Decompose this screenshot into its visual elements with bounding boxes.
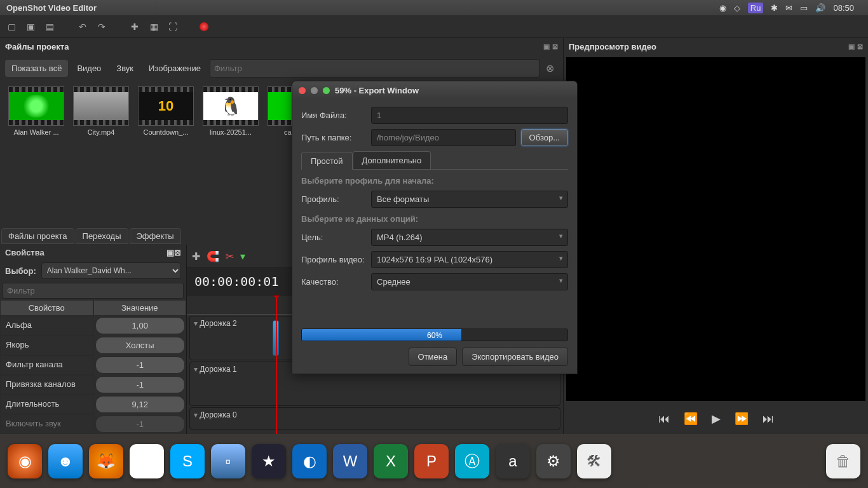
property-value[interactable]: 1,00 (95, 317, 186, 334)
properties-panel: Свойства ▣ ⊠ Выбор: Alan Walker_David Wh… (0, 245, 187, 434)
project-files-filter-row: Показать всё Видео Звук Изображение ⊗ (0, 55, 563, 81)
dock-powerpoint-icon[interactable]: P (414, 444, 449, 478)
export-icon[interactable] (200, 22, 208, 31)
filter-tab-all[interactable]: Показать всё (5, 60, 68, 77)
preview-viewport (566, 57, 865, 401)
target-select[interactable]: MP4 (h.264) (371, 229, 568, 246)
selection-dropdown[interactable]: Alan Walker_David Wh... (41, 262, 181, 279)
tab-transitions[interactable]: Переходы (76, 228, 128, 244)
clip-item[interactable]: Alan Walker ... (5, 86, 67, 140)
keyboard-layout[interactable]: Ru (748, 3, 764, 13)
profile-icon[interactable]: ▦ (147, 20, 160, 33)
app-title: OpenShot Video Editor (6, 3, 97, 13)
property-row: ЯкорьХолсты (0, 336, 186, 355)
clear-filter-icon[interactable]: ⊗ (546, 62, 554, 74)
video-profile-select[interactable]: 1024x576 16:9 PAL (1024x576) (371, 251, 568, 268)
property-value[interactable]: 9,12 (95, 396, 186, 413)
property-value[interactable]: -1 (95, 376, 186, 393)
import-icon[interactable]: ✚ (128, 20, 141, 33)
open-project-icon[interactable]: ▣ (24, 20, 37, 33)
tab-project-files[interactable]: Файлы проекта (1, 228, 74, 244)
maximize-window-icon[interactable] (323, 87, 330, 94)
filter-input[interactable] (210, 59, 539, 78)
mail-icon[interactable]: ✉ (785, 3, 792, 13)
volume-icon[interactable]: 🔊 (815, 3, 825, 13)
clip-item[interactable]: City.mp4 (70, 86, 132, 140)
dock-word-icon[interactable]: W (333, 444, 367, 478)
dock-firefox-icon[interactable]: 🦊 (89, 444, 123, 478)
dock-trash-icon[interactable]: 🗑 (826, 444, 860, 478)
play-icon[interactable]: ▶ (712, 412, 721, 426)
chrome-icon[interactable]: ◉ (719, 3, 726, 13)
playhead[interactable] (276, 295, 277, 434)
close-panel-icon[interactable]: ⊠ (174, 248, 181, 257)
property-row: Привязка каналов-1 (0, 375, 186, 395)
folder-path-input[interactable] (371, 129, 516, 146)
dock-excel-icon[interactable]: X (374, 444, 408, 478)
timeline-track[interactable]: Дорожка 0 (189, 407, 560, 430)
project-files-panel-title: Файлы проекта ▣ ⊠ (0, 38, 563, 55)
dock-amazon-icon[interactable]: a (496, 444, 530, 478)
col-value: Значение (93, 300, 187, 316)
export-video-button[interactable]: Экспортировать видео (462, 348, 568, 366)
tab-effects[interactable]: Эффекты (130, 228, 181, 244)
marker-icon[interactable]: ▾ (240, 250, 245, 262)
property-row: Альфа1,00 (0, 316, 186, 336)
close-panel-icon[interactable]: ⊠ (857, 43, 863, 51)
save-project-icon[interactable]: ▤ (43, 20, 56, 33)
jump-end-icon[interactable]: ⏭ (763, 412, 774, 426)
dock-finder-icon[interactable]: ☻ (48, 444, 83, 478)
filter-tab-video[interactable]: Видео (71, 60, 107, 77)
bluetooth-icon[interactable]: ✱ (771, 3, 778, 13)
rewind-icon[interactable]: ⏪ (684, 412, 698, 426)
snap-icon[interactable]: 🧲 (207, 250, 219, 262)
detach-icon[interactable]: ▣ (166, 248, 174, 257)
filter-tab-audio[interactable]: Звук (110, 60, 140, 77)
export-progress-bar: 60% (301, 329, 568, 341)
filename-input[interactable] (371, 107, 568, 124)
dialog-titlebar[interactable]: 59% - Export Window (292, 81, 577, 99)
close-panel-icon[interactable]: ⊠ (552, 43, 558, 51)
cancel-button[interactable]: Отмена (409, 348, 458, 366)
dock: ◉ ☻ 🦊 ◉ S ▫ ★ ◐ W X P Ⓐ a ⚙ 🛠 🗑 (0, 434, 868, 488)
add-track-icon[interactable]: ✚ (192, 250, 200, 262)
dock-appstore-icon[interactable]: Ⓐ (455, 444, 489, 478)
tab-advanced[interactable]: Дополнительно (353, 151, 431, 169)
wifi-icon[interactable]: ◇ (734, 3, 740, 13)
property-value[interactable]: Холсты (95, 337, 186, 354)
clip-item[interactable]: 🐧linux-20251... (200, 86, 262, 140)
dock-skype-icon[interactable]: S (170, 444, 205, 478)
dock-tools-icon[interactable]: 🛠 (577, 444, 611, 478)
dock-photos-icon[interactable]: ▫ (211, 444, 245, 478)
property-row: Включить звук-1 (0, 414, 186, 434)
property-value[interactable]: -1 (95, 416, 186, 433)
property-row: Длительность9,12 (0, 395, 186, 414)
minimize-window-icon[interactable] (311, 87, 318, 94)
dock-ubuntu-icon[interactable]: ◉ (8, 444, 42, 478)
jump-start-icon[interactable]: ⏮ (658, 412, 670, 426)
razor-icon[interactable]: ✂ (226, 250, 234, 262)
close-window-icon[interactable] (299, 87, 306, 94)
quality-select[interactable]: Среднее (371, 273, 568, 290)
new-project-icon[interactable]: ▢ (5, 20, 18, 33)
properties-filter-input[interactable] (3, 283, 184, 299)
dock-chrome-icon[interactable]: ◉ (130, 444, 164, 478)
dock-browser-icon[interactable]: ◐ (292, 444, 327, 478)
clip-item[interactable]: 10Countdown_... (135, 86, 197, 140)
undo-icon[interactable]: ↶ (76, 20, 89, 33)
redo-icon[interactable]: ↷ (95, 20, 108, 33)
dock-imovie-icon[interactable]: ★ (252, 444, 286, 478)
battery-icon[interactable]: ▭ (800, 3, 808, 13)
clock[interactable]: 08:50 (833, 3, 854, 13)
preview-controls: ⏮ ⏪ ▶ ⏩ ⏭ (564, 403, 868, 434)
dock-settings-icon[interactable]: ⚙ (536, 444, 571, 478)
fast-forward-icon[interactable]: ⏩ (735, 412, 749, 426)
detach-icon[interactable]: ▣ (543, 43, 550, 51)
tab-simple[interactable]: Простой (301, 152, 353, 170)
property-value[interactable]: -1 (95, 356, 186, 374)
filter-tab-image[interactable]: Изображение (142, 60, 207, 77)
profile-select[interactable]: Все форматы (371, 191, 568, 208)
browse-button[interactable]: Обзор... (521, 129, 568, 146)
fullscreen-icon[interactable]: ⛶ (166, 20, 179, 33)
detach-icon[interactable]: ▣ (848, 43, 855, 51)
